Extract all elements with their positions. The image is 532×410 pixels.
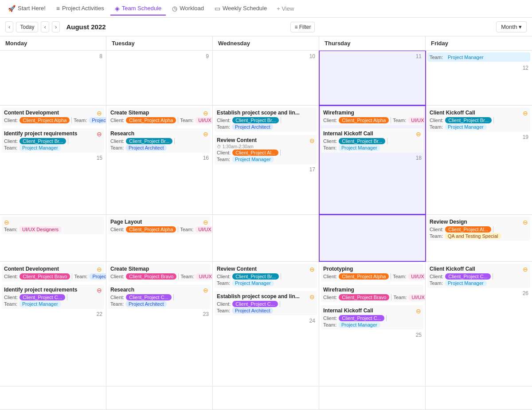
nav-back-outer[interactable]: ‹ [5,21,13,32]
minus-icon: ⊖ [203,219,208,226]
event-internal-kickoff-25: Internal Kickoff Call ⊖ Client: Client_P… [321,305,423,330]
week-row-4 [0,386,532,410]
toolbar: ‹ Today ‹ › August 2022 ≡ Filter Month ▾ [0,18,532,36]
day-number: 23 [108,310,211,318]
team-tag: UI/UX Designers [408,273,426,280]
team-tag: Project Manager [445,54,487,60]
team-tag: Project Architect [89,273,106,280]
minus-icon: ⊖ [416,308,421,315]
cell-24: Review Content ⊖ Client: Client_Project … [213,262,319,386]
event-wireframing-25: Wireframing Client: Client_Project Bravo… [321,284,423,302]
event-establish-scope: Establish project scope and lin... Clien… [215,107,317,132]
day-number: 17 [215,166,317,173]
cell-19: Client Kickoff Call ⊖ Client: Client_Pro… [426,106,532,214]
add-view-button[interactable]: + View [273,3,297,15]
nav-back[interactable]: ‹ [41,21,49,32]
day-number: 8 [2,52,104,60]
team-tag: Project Manager [445,124,487,130]
week-row-1: 8 9 10 11 Team: Project Manager 12 [0,51,532,106]
tab-workload[interactable]: ◷ Workload [168,2,208,16]
event-wireframing: Wireframing Client: Client_Project Alpha… [321,107,423,125]
day-number: 22 [2,310,104,318]
minus-icon: ⊖ [97,130,102,138]
client-tag: Client_Project Alpha [126,226,176,233]
weekly-icon: ▭ [215,5,220,12]
calendar: Monday Tuesday Wednesday Thursday Friday… [0,36,532,410]
minus-icon: ⊖ [203,110,208,117]
client-tag: Client_Project Br... [20,138,66,144]
minus-icon: ⊖ [309,293,315,300]
client-tag: Client_Project Br... [445,117,492,123]
calendar-title: August 2022 [66,23,106,31]
team-icon: ◈ [115,5,120,12]
event-identify-req: Identify project requirements ⊖ Client: … [2,128,104,153]
cell-23: Create Sitemap Client: Client_Project Br… [106,262,213,386]
team-tag: UI/UX Designers [195,226,213,233]
client-tag: Client_Project Al... [232,150,278,156]
tab-activities[interactable]: ≡ Project Activities [52,2,109,16]
calendar-body: 8 9 10 11 Team: Project Manager 12 [0,51,532,410]
cell-26: Client Kickoff Call ⊖ Client: Client_Pro… [426,262,532,386]
cell-wed-overflow [213,215,319,261]
cell-12: Team: Project Manager 12 [426,51,532,105]
day-number: 18 [321,154,423,162]
tab-team[interactable]: ◈ Team Schedule [110,2,166,16]
team-tag: Project Architect [125,145,167,151]
client-tag: Client_Project Bravo [339,294,389,300]
client-tag: Client_Project Br... [339,138,385,144]
team-tag: Project Manager [338,322,380,328]
cell-thu-overflow [319,215,426,261]
cell-31 [213,386,319,410]
cell-9: 9 [106,51,213,105]
tab-weekly[interactable]: ▭ Weekly Schedule [210,2,271,16]
day-number: 15 [2,154,104,162]
event-page-layout: Page Layout ⊖ Client: Client_Project Alp… [108,217,211,234]
filter-button[interactable]: ≡ Filter [290,22,315,32]
event-internal-kickoff: Internal Kickoff Call ⊖ Client: Client_P… [321,128,423,153]
month-view-button[interactable]: Month ▾ [496,21,527,32]
cell-15: Content Development ⊖ Client: Client_Pro… [0,106,106,214]
cell-29 [0,386,106,410]
header-tuesday: Tuesday [106,36,213,50]
cell-fri-last [426,386,532,410]
day-number: 12 [427,64,530,72]
minus-icon: ⊖ [4,219,9,226]
day-number: 10 [215,52,317,60]
cell-18: Wireframing Client: Client_Project Alpha… [319,106,426,214]
client-tag: Client_Project C... [339,315,384,321]
team-tag: Project Architect [232,308,273,314]
start-icon: 🚀 [8,5,16,12]
cell-10: 10 [213,51,319,105]
tab-start[interactable]: 🚀 Start Here! [4,2,50,16]
day-number: 9 [108,52,211,60]
event-content-dev-22: Content Development ⊖ Client: Client_Pro… [2,264,104,281]
team-tag: Project Architect [89,117,106,123]
client-tag: Client_Project C... [126,294,172,300]
event-row: Team: Project Manager [430,54,528,60]
team-tag: Project Manager [338,145,380,151]
week-row-2: Content Development ⊖ Client: Client_Pro… [0,106,532,215]
team-tag: UI/UX Designers [408,294,426,300]
client-tag: Client_Project C... [232,301,278,307]
client-tag: Client_Project Br... [126,138,172,144]
event-review-design: Review Design ⊖ Client: Client_Project A… [427,217,530,241]
cell-8: 8 [0,51,106,105]
cell-16: Create Sitemap ⊖ Client: Client_Project … [106,106,213,214]
header-friday: Friday [426,36,532,50]
day-number: 24 [215,317,317,325]
event-prototyping-25: Prototyping Client: Client_Project Alpha… [321,264,423,281]
client-tag: Client_Project Bravo [20,273,70,280]
client-tag: Client_Project C... [445,273,491,280]
nav-forward[interactable]: › [52,21,60,32]
calendar-header: Monday Tuesday Wednesday Thursday Friday [0,36,532,51]
team-tag: Project Manager [232,280,274,286]
day-number: 26 [427,289,530,297]
team-tag: Project Architect [125,301,167,307]
minus-icon: ⊖ [97,287,102,294]
today-button[interactable]: Today [16,22,38,32]
minus-icon: ⊖ [309,266,315,273]
minus-icon: ⊖ [309,137,315,144]
minus-icon: ⊖ [203,130,208,138]
cell-tue-overflow: Page Layout ⊖ Client: Client_Project Alp… [106,215,213,261]
team-tag: Project Manager [232,156,274,162]
